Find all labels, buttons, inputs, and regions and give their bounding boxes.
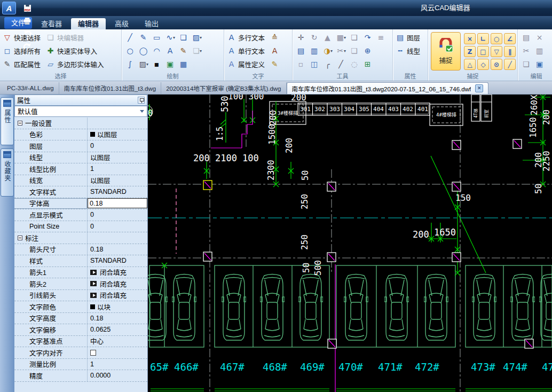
- snap-tangent-button[interactable]: ⊙: [491, 59, 502, 70]
- ribbon-button-add-block[interactable]: ⊞: [361, 58, 374, 71]
- property-row-图层[interactable]: 图层0: [14, 140, 147, 152]
- ribbon-button-pick-color[interactable]: ◑▾: [321, 44, 334, 58]
- ribbon-button-rectangle[interactable]: ▭: [150, 31, 163, 44]
- ribbon-button-boundary[interactable]: ▨▾: [190, 31, 203, 44]
- snap-midpoint-button[interactable]: △: [464, 59, 476, 70]
- snap-extension-button[interactable]: Z: [464, 46, 476, 57]
- ribbon-button-align[interactable]: ≡: [374, 31, 388, 44]
- ribbon-button-clipboard[interactable]: ▥: [533, 44, 546, 58]
- ribbon-button-text-block[interactable]: A: [163, 44, 177, 58]
- ribbon-button-cut[interactable]: ✂: [519, 44, 533, 58]
- ribbon-button-线型[interactable]: ╍线型: [395, 44, 421, 58]
- properties-selector-dropdown[interactable]: 默认值: [14, 106, 147, 117]
- snap-quadrant-button[interactable]: □: [477, 46, 489, 57]
- snap-perpendicular-button[interactable]: ∟: [477, 33, 489, 44]
- snap-center-button[interactable]: ○: [491, 33, 502, 44]
- pin-icon[interactable]: [138, 97, 145, 104]
- ribbon-button-scale[interactable]: ▫: [294, 58, 307, 71]
- snap-nearest-button[interactable]: ╱: [504, 59, 516, 70]
- property-row-箭头尺寸[interactable]: 箭头尺寸0.18: [14, 244, 147, 256]
- ribbon-button-属性定义[interactable]: A属性定义: [226, 58, 266, 71]
- ribbon-button-多行文本[interactable]: A多行文本: [226, 31, 266, 44]
- undo-button[interactable]: [21, 27, 35, 40]
- ribbon-button-freehand-pen[interactable]: ✎: [177, 44, 190, 58]
- app-logo-icon[interactable]: A: [2, 2, 16, 14]
- property-row-线型比例[interactable]: 线型比例1: [14, 163, 147, 175]
- document-tab-2[interactable]: 南车库车位修改01.31出图_t3.dwg: [59, 82, 162, 94]
- property-row-色彩[interactable]: 色彩以图层: [14, 129, 147, 141]
- ribbon-button-move[interactable]: ✛: [294, 31, 307, 44]
- menu-tab-编辑器[interactable]: 编辑器: [71, 18, 106, 29]
- redo-button[interactable]: [21, 40, 35, 53]
- ribbon-button-paste[interactable]: ▤: [519, 31, 533, 44]
- ribbon-button-单行文本[interactable]: A单行文本: [226, 44, 266, 58]
- ribbon-button-mirror[interactable]: ▲: [321, 31, 334, 44]
- ribbon-button-edit-text-icon[interactable]: ✎: [269, 58, 282, 71]
- property-row-文字内对齐[interactable]: 文字内对齐: [14, 347, 147, 359]
- ribbon-button-匹配属性[interactable]: ✎匹配属性: [2, 58, 42, 71]
- ribbon-button-ellipse[interactable]: ◯: [137, 44, 150, 58]
- ribbon-button-快速实体导入[interactable]: ✚快速实体导入: [45, 44, 105, 58]
- ribbon-button-raster-image[interactable]: ▣: [163, 58, 177, 71]
- ribbon-button-table[interactable]: ▦: [177, 58, 190, 71]
- property-row-线型[interactable]: 线型以图层: [14, 152, 147, 164]
- close-tab-icon[interactable]: ✕: [475, 84, 483, 92]
- collapse-icon[interactable]: [18, 121, 22, 126]
- property-row-引线箭头[interactable]: 引线箭头闭合填充: [14, 290, 147, 302]
- document-tab-1[interactable]: PC-33#-ALL.dwg: [2, 82, 59, 94]
- property-row-样式[interactable]: 样式STANDARD: [14, 255, 147, 267]
- ribbon-button-copy[interactable]: ❏: [348, 31, 361, 44]
- document-tab-3[interactable]: 20200314地下室报审 (确定B3集水坑).dwg: [161, 82, 286, 94]
- property-row-字体高[interactable]: 字体高: [14, 198, 147, 210]
- menu-tab-高级[interactable]: 高级: [108, 18, 136, 29]
- ribbon-button-save-block[interactable]: ▤: [294, 44, 307, 58]
- ribbon-button-图层[interactable]: ▤图层: [395, 31, 421, 44]
- sidebar-tab-属性[interactable]: 属性: [1, 97, 14, 145]
- property-value-input[interactable]: [88, 198, 147, 208]
- property-row-测量比例[interactable]: 测量比例1: [14, 359, 147, 371]
- property-row-Point Size[interactable]: Point Size0: [14, 221, 147, 233]
- property-row-标注[interactable]: 标注: [14, 232, 147, 244]
- ribbon-button-copy-clip[interactable]: ❏: [519, 58, 533, 71]
- property-row-精度[interactable]: 精度0.0000: [14, 370, 147, 382]
- ribbon-button-ungroup[interactable]: ◌: [348, 58, 361, 71]
- property-row-一般设置[interactable]: 一般设置: [14, 117, 147, 129]
- document-tab-4[interactable]: 南车库车位修改01.31出图_t3.dwg2020-07-15_12_06_15…: [287, 82, 489, 94]
- property-row-文字颜色[interactable]: 文字颜色以块: [14, 301, 147, 313]
- ribbon-button-insert-block[interactable]: ❏: [177, 31, 190, 44]
- snap-node-button[interactable]: ◇: [477, 59, 489, 70]
- ribbon-button-stretch[interactable]: ◫: [307, 58, 321, 71]
- ribbon-button-sketch[interactable]: ✎: [137, 31, 150, 44]
- ribbon-button-copy-rotate[interactable]: ↷: [361, 31, 374, 44]
- ribbon-button-text-style-icon[interactable]: A: [269, 44, 282, 58]
- ribbon-button-块编辑器[interactable]: ❏块编辑器: [45, 31, 105, 44]
- ribbon-button-hatch[interactable]: ▨▾: [137, 58, 150, 71]
- snap-intersection-button[interactable]: ×: [464, 33, 476, 44]
- checkbox[interactable]: [90, 350, 96, 356]
- ribbon-button-fillet[interactable]: ╭: [321, 58, 334, 71]
- ribbon-button-spline[interactable]: ∫: [123, 58, 137, 71]
- drawing-canvas[interactable]: 530100 3002002001500200230050200 2100 10…: [148, 95, 552, 392]
- ribbon-button-copy-entity[interactable]: ❏▾: [190, 44, 203, 58]
- ribbon-button-update-block[interactable]: ⊕: [361, 44, 374, 58]
- property-row-箭头1[interactable]: 箭头1闭合填充: [14, 267, 147, 279]
- menu-tab-查看器[interactable]: 查看器: [34, 18, 69, 29]
- ribbon-button-polyline[interactable]: ∿▾: [163, 31, 177, 44]
- ribbon-button-cut-alt[interactable]: ×: [533, 31, 546, 44]
- snap-parallel-button[interactable]: ∥: [504, 46, 516, 57]
- ribbon-button-doc[interactable]: ▣: [533, 58, 546, 71]
- sidebar-tab-收藏夹[interactable]: 收藏夹: [1, 148, 14, 197]
- ribbon-button-point[interactable]: ▪: [150, 58, 163, 71]
- property-row-文字基准点[interactable]: 文字基准点中心: [14, 336, 147, 348]
- print-button[interactable]: [21, 14, 35, 27]
- collapse-icon[interactable]: [18, 236, 22, 240]
- snap-toggle-button[interactable]: 捕捉: [431, 32, 461, 70]
- snap-endpoint-button[interactable]: ▽: [491, 46, 502, 57]
- ribbon-button-line[interactable]: ╱: [123, 31, 137, 44]
- ribbon-button-rotate[interactable]: ↻: [307, 31, 321, 44]
- property-row-文字样式[interactable]: 文字样式STANDARD: [14, 186, 147, 198]
- ribbon-button-text-scale-icon[interactable]: ≙: [269, 31, 282, 44]
- property-row-点显示模式[interactable]: 点显示模式0: [14, 209, 147, 221]
- ribbon-button-array[interactable]: ▦▾: [334, 31, 348, 44]
- property-row-文字偏移[interactable]: 文字偏移0.0625: [14, 324, 147, 336]
